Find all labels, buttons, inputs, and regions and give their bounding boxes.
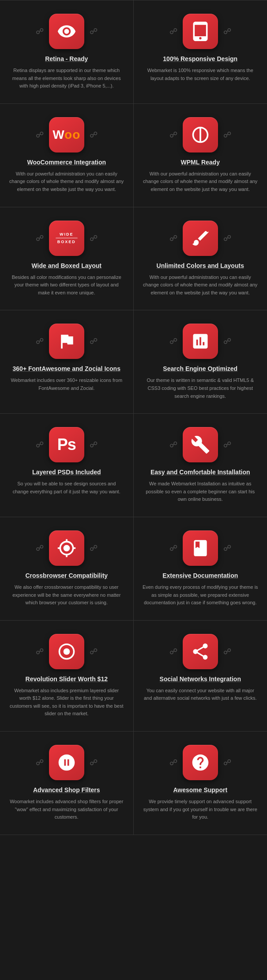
support-desc: We provide timely support on advanced su… [143,798,259,821]
woo-desc: With our powerful administration you can… [9,170,124,194]
chart-icon [191,332,210,351]
slider-title: Revolution Slider Worth $12 [9,675,124,683]
feature-social: ☍ ☍ Social Networks Integration You can … [134,621,267,732]
chain-left-icon: ☍ [169,441,177,449]
chain-left-icon: ☍ [36,648,44,656]
chain-right-icon: ☍ [90,27,98,35]
icon-wrapper-support: ☍ ☍ [143,745,259,780]
icon-wrapper-retina: ☍ ☍ [9,14,124,49]
features-grid: ☍ ☍ Retina - Ready Retina displays are s… [0,0,267,835]
feature-woocommerce: ☍ Woo ☍ WooCommerce Integration With our… [0,104,134,207]
responsive-icon-box [183,14,218,49]
wpml-icon [191,125,210,145]
icon-wrapper-wide: ☍ WIDE BOXED ☍ [9,221,124,256]
icon-wrapper-woo: ☍ Woo ☍ [9,117,124,153]
chain-left-icon: ☍ [169,337,177,345]
chain-right-icon: ☍ [223,759,231,766]
chain-left-icon: ☍ [36,759,44,766]
social-title: Social Networks Integration [143,675,259,683]
chain-right-icon: ☍ [223,544,231,552]
book-icon [191,538,210,558]
chain-right-icon: ☍ [223,131,231,139]
icon-wrapper-psd: ☍ Ps ☍ [9,427,124,462]
wrench-icon [191,435,210,454]
woo-text: Woo [53,128,80,142]
colors-title: Unlimited Colors and Layouts [143,262,259,269]
icon-wrapper-slider: ☍ ☍ [9,634,124,669]
chain-left-icon: ☍ [169,648,177,656]
feature-shop-filters: ☍ ☍ Advanced Shop Filters Woomarket incl… [0,732,134,835]
slider-desc: Webmarket also includes premium layered … [9,687,124,718]
chain-left-icon: ☍ [169,27,177,35]
social-icon [191,642,210,661]
font-desc: Webmarket includes over 360+ resizable i… [9,377,124,392]
chain-left-icon: ☍ [36,234,44,242]
icon-wrapper-cross: ☍ ☍ [9,530,124,566]
eye-icon [57,22,76,41]
chain-left-icon: ☍ [169,544,177,552]
icon-wrapper-responsive: ☍ ☍ [143,14,259,49]
chain-right-icon: ☍ [223,337,231,345]
feature-fontawesome: ☍ ☍ 360+ FontAwesome and Zocial Icons We… [0,310,134,414]
feature-psd: ☍ Ps ☍ Layered PSDs Included So you will… [0,414,134,517]
filter-desc: Woomarket includes advanced shop filters… [9,798,124,821]
ps-text: Ps [57,435,76,454]
retina-desc: Retina displays are supported in our the… [9,67,124,90]
psd-desc: So you will be able to see design source… [9,480,124,496]
social-desc: You can easily connect your website with… [143,687,259,702]
chain-left-icon: ☍ [169,234,177,242]
woo-title: WooCommerce Integration [9,159,124,166]
wide-title: Wide and Boxed Layout [9,262,124,269]
wpml-desc: With our powerful administration you can… [143,170,259,194]
feature-documentation: ☍ ☍ Extensive Documentation Even during … [134,517,267,621]
colors-desc: With our powerful administration you can… [143,274,259,297]
chain-right-icon: ☍ [90,337,98,345]
slider-icon-box [49,634,84,669]
feature-responsive: ☍ ☍ 100% Responsive Design Webmarket is … [134,0,267,104]
font-icon-box [49,324,84,359]
tablet-phone-icon [191,22,210,41]
chain-left-icon: ☍ [36,337,44,345]
chain-right-icon: ☍ [90,544,98,552]
seo-icon-box [183,324,218,359]
responsive-title: 100% Responsive Design [143,55,259,62]
psd-icon-box: Ps [49,427,84,462]
filter-icon-box [49,745,84,780]
icon-wrapper-seo: ☍ ☍ [143,324,259,359]
cross-icon-box [49,530,84,566]
responsive-desc: Webmarket is 100% responsive which means… [143,67,259,82]
social-icon-box [183,634,218,669]
slider-icon [57,642,76,661]
seo-desc: Our theme is written in semantic & valid… [143,377,259,400]
retina-title: Retina - Ready [9,55,124,62]
feature-support: ☍ ☍ Awesome Support We provide timely su… [134,732,267,835]
chain-right-icon: ☍ [223,648,231,656]
support-icon [191,753,210,772]
wide-icon-box: WIDE BOXED [49,221,84,256]
wpml-title: WPML Ready [143,159,259,166]
feature-wpml: ☍ ☍ WPML Ready With our powerful adminis… [134,104,267,207]
filter-icon [57,753,76,772]
icon-wrapper-filter: ☍ ☍ [9,745,124,780]
filter-title: Advanced Shop Filters [9,786,124,793]
chain-left-icon: ☍ [169,759,177,766]
support-title: Awesome Support [143,786,259,793]
docs-icon-box [183,530,218,566]
icon-wrapper-font: ☍ ☍ [9,324,124,359]
feature-seo: ☍ ☍ Search Engine Optimized Our theme is… [134,310,267,414]
feature-wide-boxed: ☍ WIDE BOXED ☍ Wide and Boxed Layout Bes… [0,207,134,311]
chain-left-icon: ☍ [36,131,44,139]
svg-point-0 [63,648,70,655]
colors-icon-box [183,221,218,256]
boxed-text: BOXED [57,240,76,244]
icon-wrapper-docs: ☍ ☍ [143,530,259,566]
feature-crossbrowser: ☍ ☍ Crossbrowser Compatibility We also o… [0,517,134,621]
chain-left-icon: ☍ [36,544,44,552]
chain-right-icon: ☍ [90,759,98,766]
wide-boxed-text: WIDE [60,232,74,236]
chain-right-icon: ☍ [223,441,231,449]
chain-left-icon: ☍ [36,27,44,35]
docs-desc: Even during every process of modifying y… [143,583,259,607]
support-icon-box [183,745,218,780]
woo-icon-box: Woo [49,117,84,153]
